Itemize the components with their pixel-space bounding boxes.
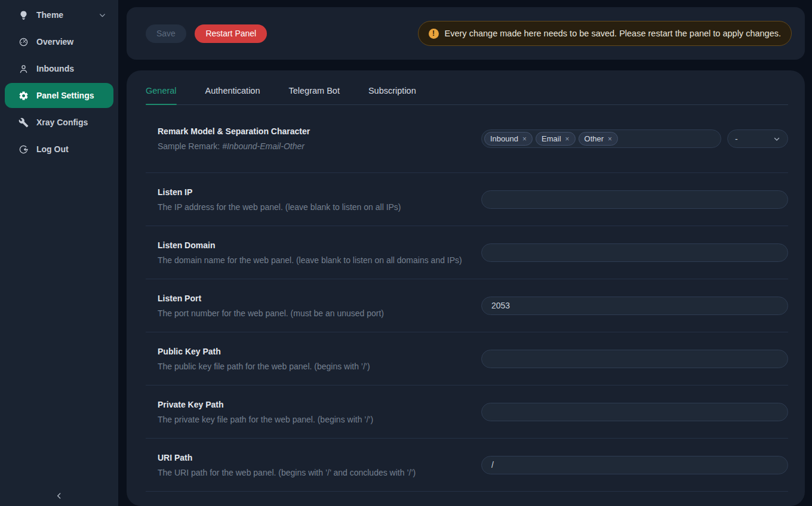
field-description: The IP address for the web panel. (leave… bbox=[158, 202, 401, 212]
public-key-path-input[interactable] bbox=[481, 350, 788, 368]
tag-close-icon[interactable]: × bbox=[608, 135, 612, 143]
tag-label: Email bbox=[542, 134, 561, 143]
tab-authentication[interactable]: Authentication bbox=[205, 75, 260, 104]
sidebar-menu: ThemeOverviewInboundsPanel SettingsXray … bbox=[0, 2, 118, 162]
separation-character-select[interactable]: - bbox=[727, 129, 788, 148]
field-control: Inbound×Email×Other×- bbox=[481, 129, 788, 148]
form-row-uri-path: URI PathThe URI path for the web panel. … bbox=[146, 439, 788, 492]
field-control bbox=[481, 456, 788, 474]
sidebar-item-theme[interactable]: Theme bbox=[5, 2, 113, 27]
field-label: Listen Domain bbox=[158, 240, 462, 250]
field-text: Remark Model & Separation CharacterSampl… bbox=[158, 126, 310, 151]
field-control bbox=[481, 403, 788, 421]
tag-inbound: Inbound× bbox=[484, 132, 533, 146]
sidebar-item-panel-settings[interactable]: Panel Settings bbox=[5, 83, 113, 108]
sidebar-item-label: Log Out bbox=[36, 144, 69, 154]
tab-bar: GeneralAuthenticationTelegram BotSubscri… bbox=[146, 75, 788, 105]
gauge-icon bbox=[18, 36, 29, 47]
warning-circle-icon: ! bbox=[429, 29, 439, 39]
tag-label: Other bbox=[585, 134, 604, 143]
listen-domain-input[interactable] bbox=[481, 243, 788, 262]
description-part: Sample Remark: bbox=[158, 141, 222, 151]
remark-model-tags-input[interactable]: Inbound×Email×Other× bbox=[481, 129, 721, 148]
tag-other: Other× bbox=[579, 132, 619, 146]
lightbulb-icon bbox=[18, 10, 29, 20]
field-text: URI PathThe URI path for the web panel. … bbox=[158, 453, 416, 477]
private-key-path-input[interactable] bbox=[481, 403, 788, 421]
listen-port-input[interactable] bbox=[481, 297, 788, 315]
sidebar-item-xray-configs[interactable]: Xray Configs bbox=[5, 110, 113, 135]
sidebar-item-label: Inbounds bbox=[36, 64, 74, 73]
action-toolbar: Save Restart Panel ! Every change made h… bbox=[127, 7, 805, 60]
field-description: The public key file path for the web pan… bbox=[158, 362, 370, 371]
field-control bbox=[481, 190, 788, 209]
tag-email: Email× bbox=[536, 132, 576, 146]
field-control bbox=[481, 243, 788, 262]
tab-telegram-bot[interactable]: Telegram Bot bbox=[289, 75, 340, 104]
chevron-down-icon bbox=[773, 135, 780, 143]
field-label: Private Key Path bbox=[158, 400, 373, 409]
field-control bbox=[481, 350, 788, 368]
field-description: Sample Remark: #Inbound-Email-Other bbox=[158, 141, 310, 151]
field-text: Listen IPThe IP address for the web pane… bbox=[158, 187, 401, 212]
restart-panel-button[interactable]: Restart Panel bbox=[195, 24, 267, 43]
listen-ip-input[interactable] bbox=[481, 190, 788, 209]
user-icon bbox=[18, 63, 29, 74]
sidebar: ThemeOverviewInboundsPanel SettingsXray … bbox=[0, 0, 118, 506]
select-value: - bbox=[735, 134, 738, 144]
main-content: Save Restart Panel ! Every change made h… bbox=[118, 0, 812, 506]
field-description: The URI path for the web panel. (begins … bbox=[158, 468, 416, 477]
tag-close-icon[interactable]: × bbox=[522, 135, 527, 143]
restart-warning-alert: ! Every change made here needs to be sav… bbox=[418, 21, 792, 46]
alert-text: Every change made here needs to be saved… bbox=[445, 29, 781, 38]
field-label: URI Path bbox=[158, 453, 416, 462]
field-description: The port number for the web panel. (must… bbox=[158, 308, 384, 318]
form-row-listen-domain: Listen DomainThe domain name for the web… bbox=[146, 226, 788, 279]
chevron-down-icon bbox=[99, 11, 106, 19]
collapse-sidebar-button[interactable] bbox=[0, 488, 118, 504]
save-button[interactable]: Save bbox=[146, 24, 186, 43]
field-label: Remark Model & Separation Character bbox=[158, 126, 310, 136]
form-row-private-key-path: Private Key PathThe private key file pat… bbox=[146, 385, 788, 439]
sidebar-item-overview[interactable]: Overview bbox=[5, 29, 113, 54]
wrench-icon bbox=[18, 117, 29, 128]
tag-label: Inbound bbox=[490, 134, 518, 143]
field-text: Listen DomainThe domain name for the web… bbox=[158, 240, 462, 265]
field-label: Listen Port bbox=[158, 294, 384, 303]
field-label: Public Key Path bbox=[158, 347, 370, 356]
sidebar-item-label: Xray Configs bbox=[36, 118, 88, 127]
sidebar-item-inbounds[interactable]: Inbounds bbox=[5, 56, 113, 81]
gear-icon bbox=[18, 90, 29, 101]
tab-subscription[interactable]: Subscription bbox=[368, 75, 416, 104]
tag-close-icon[interactable]: × bbox=[565, 135, 570, 143]
form-row-public-key-path: Public Key PathThe public key file path … bbox=[146, 332, 788, 385]
form-row-listen-port: Listen PortThe port number for the web p… bbox=[146, 279, 788, 332]
form-row-listen-ip: Listen IPThe IP address for the web pane… bbox=[146, 173, 788, 226]
field-control bbox=[481, 297, 788, 315]
logout-icon bbox=[18, 144, 29, 155]
field-text: Private Key PathThe private key file pat… bbox=[158, 400, 373, 424]
sidebar-item-label: Theme bbox=[36, 10, 63, 20]
chevron-left-icon bbox=[55, 492, 63, 500]
uri-path-input[interactable] bbox=[481, 456, 788, 474]
toolbar-buttons: Save Restart Panel bbox=[146, 24, 267, 43]
tab-general[interactable]: General bbox=[146, 75, 177, 104]
field-text: Listen PortThe port number for the web p… bbox=[158, 294, 384, 318]
field-label: Listen IP bbox=[158, 187, 401, 197]
form-row-remark-model-separation-character: Remark Model & Separation CharacterSampl… bbox=[146, 105, 788, 173]
sidebar-item-label: Panel Settings bbox=[36, 91, 94, 100]
sidebar-item-log-out[interactable]: Log Out bbox=[5, 137, 113, 162]
sidebar-item-label: Overview bbox=[36, 37, 73, 47]
description-part: #Inbound-Email-Other bbox=[222, 141, 304, 151]
settings-form: Remark Model & Separation CharacterSampl… bbox=[146, 105, 788, 492]
field-description: The private key file path for the web pa… bbox=[158, 415, 373, 424]
field-text: Public Key PathThe public key file path … bbox=[158, 347, 370, 371]
panel-settings-card: GeneralAuthenticationTelegram BotSubscri… bbox=[127, 70, 805, 506]
field-description: The domain name for the web panel. (leav… bbox=[158, 255, 462, 265]
